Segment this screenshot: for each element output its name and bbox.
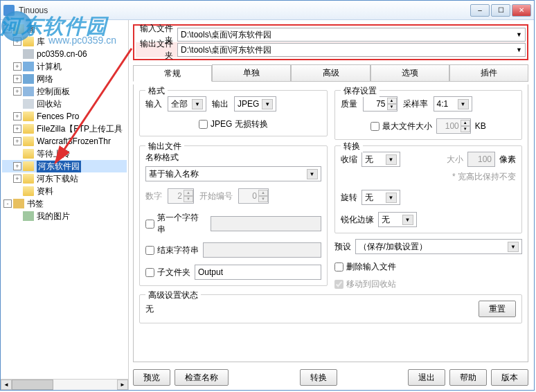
subfolder-checkbox[interactable]: 子文件夹 [145, 267, 190, 278]
tab[interactable]: 插件 [449, 64, 528, 81]
quality-label: 质量 [341, 98, 357, 110]
rotate-select[interactable]: 无▼ [361, 190, 400, 205]
check-name-button[interactable]: 检查名称 [175, 369, 229, 386]
tree-item[interactable]: -书签 [2, 197, 127, 210]
tree-item[interactable]: +河东软件园 [2, 160, 127, 172]
maxfile-checkbox[interactable]: 最大文件大小 [370, 121, 432, 132]
convert-button[interactable]: 转换 [300, 369, 337, 386]
expand-icon[interactable]: + [13, 125, 21, 133]
tree-item[interactable]: +FileZilla【FTP上传工具 [2, 123, 127, 135]
tab[interactable]: 选项 [370, 64, 449, 81]
pixel-label: 像素 [499, 154, 516, 166]
transform-title: 转换 [341, 141, 363, 152]
scroll-thumb[interactable] [12, 380, 53, 390]
dropdown-icon[interactable]: ▼ [516, 31, 522, 38]
expand-icon[interactable]: + [13, 112, 21, 121]
expand-icon[interactable]: + [13, 162, 21, 170]
advstate-title: 高级设置状态 [145, 289, 201, 301]
tab[interactable]: 单独 [212, 64, 291, 81]
output-folder-field[interactable]: D:\tools\桌面\河东软件园 ▼ [177, 43, 526, 57]
tab[interactable]: 常规 [133, 65, 212, 82]
folder-icon [23, 112, 34, 121]
jpeg-lossless-checkbox[interactable]: JPEG 无损转换 [145, 118, 321, 130]
format-in-select[interactable]: 全部▼ [168, 96, 206, 112]
tree-item[interactable]: +控制面板 [2, 85, 127, 98]
first-char-checkbox[interactable]: 第一个字符串 [145, 212, 206, 235]
expand-icon[interactable]: + [13, 87, 21, 96]
folder-tree[interactable]: -面+库pc0359.cn-06+计算机+网络+控制面板回收站+Fences P… [1, 20, 129, 390]
tree-item-label: Warcraft3FrozenThr [37, 136, 111, 146]
quality-stepper[interactable]: ▲▼ [363, 96, 397, 112]
maximize-button[interactable]: ☐ [491, 4, 510, 17]
chevron-down-icon: ▼ [458, 99, 469, 109]
format-out-label: 输出 [212, 98, 229, 110]
sample-select[interactable]: 4:1▼ [434, 96, 472, 112]
output-folder-value: D:\tools\桌面\河东软件园 [181, 44, 271, 56]
tree-item[interactable]: +河东下载站 [2, 172, 127, 185]
start-label: 开始编号 [199, 190, 233, 202]
tree-item[interactable]: 我的图片 [2, 210, 127, 222]
version-button[interactable]: 版本 [491, 369, 528, 386]
sample-label: 采样率 [403, 98, 428, 110]
delete-input-checkbox[interactable]: 删除输入文件 [334, 261, 523, 273]
tree-item[interactable]: +网络 [2, 73, 127, 85]
footer-bar: 预览 检查名称 转换 退出 帮助 版本 [133, 365, 528, 386]
reset-button[interactable]: 重置 [479, 301, 516, 317]
chevron-down-icon: ▼ [386, 154, 397, 165]
titlebar: Tinuous – ☐ ✕ [1, 1, 534, 20]
tree-item-label: 计算机 [37, 61, 62, 73]
expand-icon[interactable]: + [13, 62, 21, 71]
sidebar-scrollbar[interactable]: ◄ ► [1, 379, 128, 390]
kb-label: KB [475, 121, 486, 131]
tree-item-label: 控制面板 [37, 86, 70, 98]
tree-item-label: 书签 [27, 198, 44, 210]
tree-item[interactable]: pc0359.cn-06 [2, 48, 127, 60]
size-label: 大小 [447, 154, 463, 166]
tree-item[interactable]: +Warcraft3FrozenThr [2, 135, 127, 148]
folder-icon [23, 49, 34, 59]
subfolder-field[interactable] [195, 265, 321, 280]
expand-icon[interactable]: + [13, 137, 21, 145]
scroll-right-icon[interactable]: ► [117, 380, 128, 390]
preview-button[interactable]: 预览 [133, 369, 170, 386]
chevron-down-icon: ▼ [192, 99, 203, 109]
tree-item[interactable]: 回收站 [2, 98, 127, 110]
format-out-select[interactable]: JPEG▼ [234, 96, 276, 112]
tree-item[interactable]: 等待上传 [2, 148, 127, 160]
shrink-select[interactable]: 无▼ [361, 152, 400, 167]
sharpen-select[interactable]: 无▼ [378, 212, 417, 227]
save-group: 保存设置 质量 ▲▼ 采样率 4:1▼ 最大文件大小 ▲▼ KB [334, 90, 523, 140]
tree-item[interactable]: +计算机 [2, 60, 127, 73]
chevron-down-icon: ▼ [402, 215, 413, 225]
folder-icon [23, 99, 34, 109]
start-stepper: ▲▼ [238, 188, 269, 204]
expand-icon[interactable]: - [3, 199, 12, 208]
folder-icon [23, 161, 34, 171]
chevron-down-icon: ▼ [386, 193, 397, 203]
tab[interactable]: 高级 [291, 64, 370, 81]
end-char-field [203, 242, 321, 258]
output-folder-label: 输出文件夹 [136, 38, 177, 62]
watermark-logo [1, 11, 32, 42]
shrink-label: 收缩 [341, 154, 357, 166]
sharpen-label: 锐化边缘 [341, 214, 374, 226]
scroll-left-icon[interactable]: ◄ [1, 380, 12, 390]
exit-button[interactable]: 退出 [408, 369, 445, 386]
expand-icon[interactable]: + [13, 175, 21, 183]
tree-item-label: 河东软件园 [37, 161, 81, 172]
close-button[interactable]: ✕ [512, 4, 531, 17]
end-char-checkbox[interactable]: 结束字符串 [145, 244, 199, 256]
minimize-button[interactable]: – [470, 4, 490, 17]
tree-item[interactable]: 资料 [2, 185, 127, 197]
dropdown-icon[interactable]: ▼ [516, 46, 522, 53]
preset-select[interactable]: （保存/加载设置）▼ [355, 239, 523, 254]
name-format-select[interactable]: 基于输入名称▼ [145, 166, 321, 181]
tree-item-label: FileZilla【FTP上传工具 [37, 123, 123, 135]
expand-icon[interactable]: + [13, 75, 21, 83]
help-button[interactable]: 帮助 [449, 369, 487, 386]
tree-item[interactable]: +Fences Pro [2, 110, 127, 123]
input-folder-field[interactable]: D:\tools\桌面\河东软件园 ▼ [177, 28, 526, 42]
save-title: 保存设置 [341, 85, 379, 97]
tree-item-label: 回收站 [37, 98, 62, 110]
output-title: 输出文件 [145, 141, 184, 152]
